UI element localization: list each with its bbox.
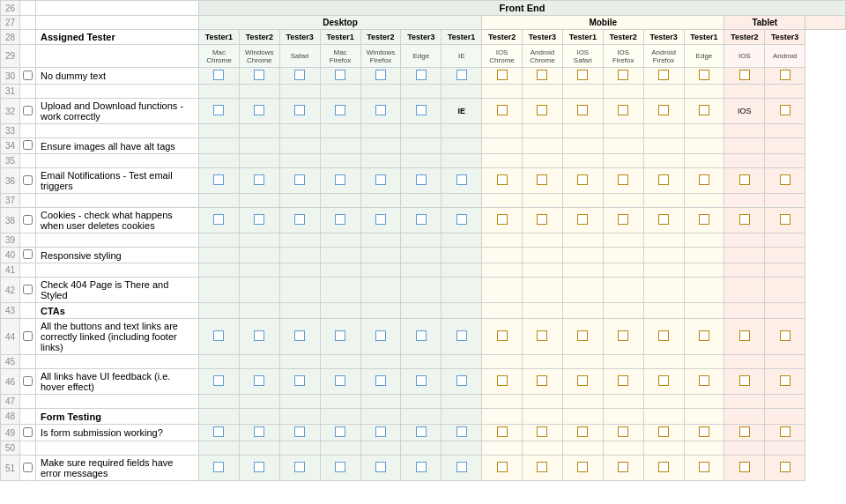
cb-38-d2[interactable]: [254, 214, 264, 225]
cb-46-d7[interactable]: [456, 375, 467, 386]
cb-38-d4[interactable]: [335, 214, 345, 225]
cb-38-d3[interactable]: [294, 214, 305, 225]
cb-30-m4[interactable]: [618, 70, 628, 80]
cb-44-d6[interactable]: [416, 330, 427, 341]
cb-46-d2[interactable]: [254, 375, 264, 386]
cb-49-t1[interactable]: [739, 426, 750, 437]
cb-49-m6[interactable]: [699, 426, 709, 437]
cb-30-d1[interactable]: [213, 70, 224, 80]
cb-38-t2[interactable]: [780, 214, 790, 225]
cb-44-d2[interactable]: [254, 330, 264, 341]
cb-44-d7[interactable]: [456, 330, 467, 341]
cb-51-d3[interactable]: [294, 462, 305, 472]
cb-46-m3[interactable]: [577, 375, 588, 386]
checkbox-34[interactable]: [23, 140, 33, 150]
cb-44-d5[interactable]: [375, 330, 386, 341]
cb-51-d6[interactable]: [416, 462, 427, 472]
checkbox-36[interactable]: [23, 175, 33, 185]
cb-30-d6[interactable]: [416, 70, 427, 80]
cb-36-t1[interactable]: [739, 174, 750, 185]
cb-46-d4[interactable]: [335, 375, 345, 386]
cb-51-t2[interactable]: [780, 462, 790, 472]
cb-44-m2[interactable]: [537, 330, 547, 341]
cb-38-m1[interactable]: [497, 214, 508, 225]
cb-32-d4[interactable]: [335, 105, 345, 115]
cb-49-d7[interactable]: [456, 426, 467, 437]
cb-49-d6[interactable]: [416, 426, 427, 437]
cb-38-m4[interactable]: [618, 214, 628, 225]
cb-46-d1[interactable]: [213, 375, 224, 386]
cb-36-m2[interactable]: [537, 174, 547, 185]
checkbox-40[interactable]: [23, 249, 33, 259]
checkbox-38[interactable]: [23, 215, 33, 225]
checkbox-42[interactable]: [23, 285, 33, 294]
cb-51-d2[interactable]: [254, 462, 264, 472]
cb-32-d5[interactable]: [375, 105, 386, 115]
cb-49-m3[interactable]: [577, 426, 588, 437]
cb-51-d1[interactable]: [213, 462, 224, 472]
cb-44-m5[interactable]: [658, 330, 669, 341]
cb-49-d3[interactable]: [294, 426, 305, 437]
cb-32-t2[interactable]: [780, 105, 790, 115]
cb-44-m1[interactable]: [497, 330, 508, 341]
cb-30-t1[interactable]: [739, 70, 750, 80]
cb-51-d5[interactable]: [375, 462, 386, 472]
cb-30-m2[interactable]: [537, 70, 547, 80]
cb-44-t1[interactable]: [739, 330, 750, 341]
cb-30-m1[interactable]: [497, 70, 508, 80]
cb-49-d1[interactable]: [213, 426, 224, 437]
cb-30-t2[interactable]: [780, 70, 790, 80]
cb-49-m4[interactable]: [618, 426, 628, 437]
cb-36-m1[interactable]: [497, 174, 508, 185]
cb-32-d3[interactable]: [294, 105, 305, 115]
checkbox-30[interactable]: [23, 70, 33, 80]
cb-38-d6[interactable]: [416, 214, 427, 225]
cb-32-m4[interactable]: [618, 105, 628, 115]
cb-38-m5[interactable]: [658, 214, 669, 225]
cb-32-d1[interactable]: [213, 105, 224, 115]
cb-46-d6[interactable]: [416, 375, 427, 386]
cb-46-t1[interactable]: [739, 375, 750, 386]
cb-44-m6[interactable]: [699, 330, 709, 341]
cb-49-m2[interactable]: [537, 426, 547, 437]
cb-36-d7[interactable]: [456, 174, 467, 185]
cb-49-m5[interactable]: [658, 426, 669, 437]
cb-32-m2[interactable]: [537, 105, 547, 115]
cb-49-m1[interactable]: [497, 426, 508, 437]
cb-36-m3[interactable]: [577, 174, 588, 185]
cb-36-m6[interactable]: [699, 174, 709, 185]
cb-49-d2[interactable]: [254, 426, 264, 437]
cb-46-m6[interactable]: [699, 375, 709, 386]
cb-46-d3[interactable]: [294, 375, 305, 386]
cb-30-d7[interactable]: [456, 70, 467, 80]
cb-36-m5[interactable]: [658, 174, 669, 185]
cb-38-d7[interactable]: [456, 214, 467, 225]
cb-36-d4[interactable]: [335, 174, 345, 185]
cb-36-d3[interactable]: [294, 174, 305, 185]
cb-30-d3[interactable]: [294, 70, 305, 80]
cb-44-d1[interactable]: [213, 330, 224, 341]
cb-46-m4[interactable]: [618, 375, 628, 386]
cb-44-m3[interactable]: [577, 330, 588, 341]
cb-51-m4[interactable]: [618, 462, 628, 472]
cb-46-d5[interactable]: [375, 375, 386, 386]
cb-51-d7[interactable]: [456, 462, 467, 472]
cb-49-t2[interactable]: [780, 426, 790, 437]
cb-44-d4[interactable]: [335, 330, 345, 341]
cb-30-d4[interactable]: [335, 70, 345, 80]
cb-38-t1[interactable]: [739, 214, 750, 225]
checkbox-46[interactable]: [23, 376, 33, 386]
cb-30-d2[interactable]: [254, 70, 264, 80]
cb-30-m3[interactable]: [577, 70, 588, 80]
checkbox-44[interactable]: [23, 331, 33, 341]
cb-46-m5[interactable]: [658, 375, 669, 386]
cb-36-d5[interactable]: [375, 174, 386, 185]
cb-36-d1[interactable]: [213, 174, 224, 185]
cb-32-m3[interactable]: [577, 105, 588, 115]
cb-46-t2[interactable]: [780, 375, 790, 386]
cb-44-m4[interactable]: [618, 330, 628, 341]
cb-32-d6[interactable]: [416, 105, 427, 115]
cb-49-d5[interactable]: [375, 426, 386, 437]
cb-51-d4[interactable]: [335, 462, 345, 472]
cb-30-d5[interactable]: [375, 70, 386, 80]
